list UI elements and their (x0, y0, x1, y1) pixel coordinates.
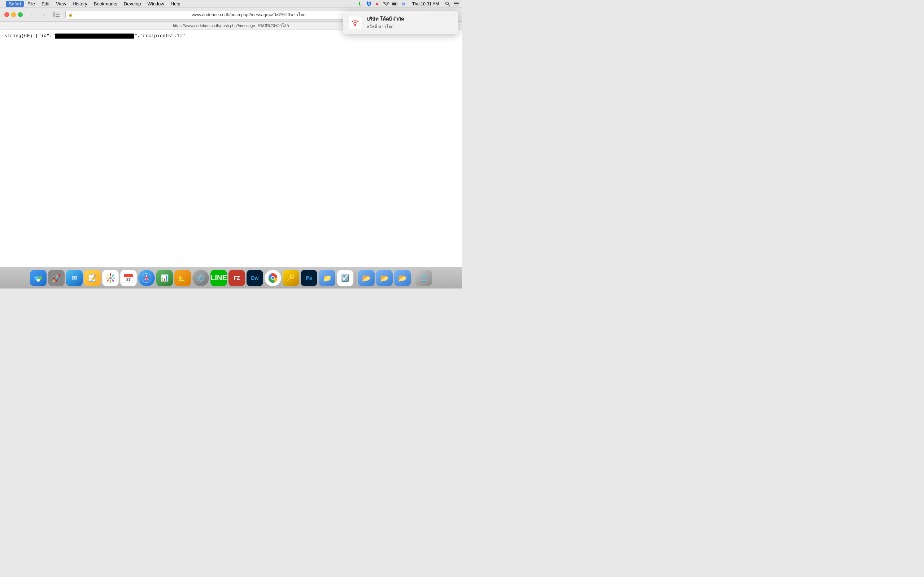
forward-button[interactable]: › (39, 11, 49, 18)
dock: 🚀 ✉ 📝 27 (0, 267, 462, 288)
trash-icon: 🗑️ (419, 274, 428, 282)
notification-wifi-icon (350, 18, 360, 28)
folder-1-icon: 📂 (362, 274, 371, 282)
dock-photoshop[interactable]: Ps (300, 270, 317, 286)
menu-history[interactable]: History (69, 1, 90, 7)
dock-separator-2 (413, 272, 413, 285)
svg-text:27: 27 (126, 277, 131, 282)
notification-app-icon (348, 16, 362, 30)
dock-finder[interactable] (30, 270, 47, 286)
reminders-icon: ☑️ (341, 274, 349, 282)
notification-text: บริษัท โค้ดบี จำกัด สวัสดี ชาวโลก (367, 15, 453, 30)
menu-window[interactable]: Window (144, 1, 167, 7)
svg-point-24 (109, 277, 112, 279)
svg-rect-6 (454, 3, 459, 4)
dock-line[interactable]: LINE (210, 270, 227, 286)
menubar: Safari File Edit View History Bookmarks … (0, 0, 462, 8)
svg-rect-8 (53, 12, 55, 17)
lock-icon: 🔒 (68, 13, 73, 16)
dock-folder-1[interactable]: 📂 (358, 270, 375, 286)
dock-numbers[interactable]: 📊 (156, 270, 173, 286)
page-content: string(60) {"id":" ","recipients":1}" (0, 29, 462, 267)
dock-trash[interactable]: 🗑️ (415, 270, 432, 286)
keychain-icon: 🔑 (287, 274, 296, 282)
menu-help[interactable]: Help (168, 1, 183, 7)
launchpad-icon: 🚀 (52, 274, 61, 282)
menu-edit[interactable]: Edit (39, 1, 52, 7)
photoshop-icon: Ps (306, 275, 312, 281)
notification-title: บริษัท โค้ดบี จำกัด (367, 15, 453, 23)
calendar-icon: 27 (123, 272, 134, 284)
menu-view[interactable]: View (53, 1, 69, 7)
redacted-id (55, 34, 134, 39)
dock-reminders[interactable]: ☑️ (337, 270, 353, 286)
nordvpn-menubar-icon[interactable]: N (401, 1, 406, 7)
clock-display: Thu 10:31 AM (409, 1, 442, 7)
adobe-menubar-icon[interactable]: Ai (375, 1, 380, 7)
svg-line-29 (108, 275, 109, 276)
spotlight-icon[interactable] (445, 1, 451, 7)
filemanager-icon: 📁 (323, 274, 332, 282)
numbers-icon: 📊 (161, 274, 168, 282)
svg-line-4 (448, 4, 450, 6)
dock-calendar[interactable]: 27 (120, 270, 137, 286)
dock-dreamweaver[interactable]: Dw (247, 270, 263, 286)
svg-point-44 (272, 277, 274, 279)
dock-mail[interactable]: ✉ (66, 270, 82, 286)
minimize-button[interactable] (11, 12, 16, 17)
svg-rect-10 (56, 15, 60, 15)
finder-icon (32, 272, 44, 284)
dock-notes[interactable]: 📝 (84, 270, 101, 286)
menubar-left: Safari File Edit View History Bookmarks … (3, 1, 183, 7)
maximize-button[interactable] (18, 12, 23, 17)
traffic-lights (4, 12, 23, 17)
battery-menubar-icon[interactable] (392, 1, 398, 7)
menu-file[interactable]: File (24, 1, 38, 7)
filezilla-icon: FZ (234, 275, 240, 281)
line-icon: LINE (210, 274, 227, 282)
svg-point-20 (354, 24, 356, 26)
dock-chrome[interactable] (265, 270, 281, 286)
line-menubar-icon[interactable]: L (357, 1, 363, 7)
dock-keynote[interactable]: 📐 (174, 270, 191, 286)
wifi-menubar-icon[interactable] (383, 1, 389, 7)
dock-safari[interactable] (138, 270, 155, 286)
sysprefs-icon: ⚙️ (196, 274, 205, 282)
dock-folder-3[interactable]: 📂 (394, 270, 411, 286)
full-url-text: https://www.codebee.co.th/push.php?messa… (173, 23, 289, 29)
svg-rect-11 (56, 16, 60, 17)
photos-icon (105, 273, 115, 283)
dock-photos[interactable] (102, 270, 119, 286)
dreamweaver-icon: Dw (251, 275, 259, 281)
safari-icon (142, 273, 152, 283)
svg-rect-2 (393, 3, 396, 5)
notes-icon: 📝 (89, 274, 96, 282)
dropbox-menubar-icon[interactable] (366, 1, 372, 7)
notification-icon-inner (349, 16, 362, 29)
dock-filemanager[interactable]: 📁 (319, 270, 335, 286)
dock-launchpad[interactable]: 🚀 (48, 270, 65, 286)
svg-rect-5 (454, 2, 459, 3)
dock-sysprefs[interactable]: ⚙️ (192, 270, 209, 286)
menu-bookmarks[interactable]: Bookmarks (91, 1, 120, 7)
browser-window: ‹ › 🔒 ↻ (0, 8, 462, 267)
svg-line-30 (112, 280, 114, 281)
dock-filezilla[interactable]: FZ (228, 270, 245, 286)
back-button[interactable]: ‹ (27, 11, 36, 18)
menu-safari[interactable]: Safari (6, 1, 24, 7)
dock-separator-1 (355, 272, 356, 285)
svg-rect-35 (124, 276, 133, 277)
dock-keychain[interactable]: 🔑 (283, 270, 299, 286)
notification-center-icon[interactable] (453, 1, 459, 7)
chrome-icon (268, 273, 278, 283)
sidebar-toggle-button[interactable] (52, 11, 61, 18)
folder-3-icon: 📂 (398, 274, 407, 282)
svg-rect-1 (397, 3, 397, 5)
svg-point-23 (36, 279, 40, 282)
svg-line-31 (112, 275, 114, 276)
notification-popup[interactable]: บริษัท โค้ดบี จำกัด สวัสดี ชาวโลก (343, 11, 459, 34)
dock-folder-2[interactable]: 📂 (376, 270, 393, 286)
mail-icon: ✉ (72, 274, 77, 282)
close-button[interactable] (4, 12, 9, 17)
menu-develop[interactable]: Develop (121, 1, 144, 7)
